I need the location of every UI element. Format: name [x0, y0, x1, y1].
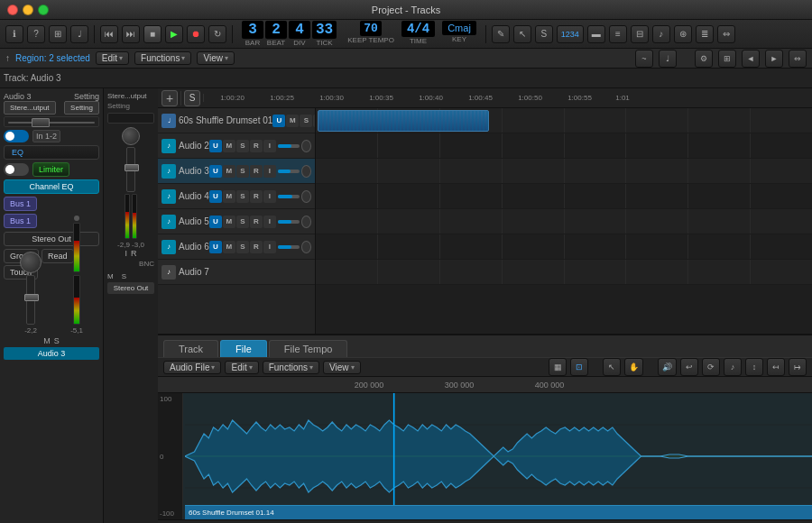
vol-knob-5[interactable]: [301, 216, 311, 228]
s-btn[interactable]: S: [184, 90, 200, 106]
bus1-b-btn[interactable]: Bus 1: [4, 214, 37, 228]
m-btn-5[interactable]: M: [223, 216, 235, 228]
input-toggle[interactable]: [4, 130, 29, 142]
play-btn[interactable]: ▶: [165, 25, 183, 43]
table-row[interactable]: ♪ Audio 6 U M S R I: [158, 234, 315, 260]
tempo-value[interactable]: 70: [360, 21, 382, 36]
fastforward-btn[interactable]: ⏭: [122, 25, 140, 43]
stereo-out-btn[interactable]: Stereo Out: [4, 232, 99, 246]
eq-view-btn[interactable]: ⊛: [674, 25, 692, 43]
m-btn-3[interactable]: M: [223, 165, 235, 178]
div-value[interactable]: 4: [289, 21, 310, 39]
i-btn-5[interactable]: I: [263, 216, 276, 228]
waveform-btn[interactable]: ▬: [587, 25, 605, 43]
stereo-output-btn[interactable]: Stere...utput: [4, 101, 56, 115]
tab-track[interactable]: Track: [163, 340, 218, 357]
loop-btn[interactable]: ↻: [208, 25, 226, 43]
midi-btn[interactable]: ♩: [70, 25, 88, 43]
nudge-right-btn[interactable]: ►: [765, 50, 783, 68]
vol-knob-3[interactable]: [301, 165, 311, 178]
minimize-btn[interactable]: [23, 5, 33, 15]
pan-knob[interactable]: [20, 252, 42, 273]
snap-bottom-btn[interactable]: ⊡: [570, 358, 588, 376]
vol-knob-6[interactable]: [301, 241, 311, 253]
zoom-btn[interactable]: 1234: [557, 25, 584, 43]
table-row[interactable]: ♪ Audio 3 U M S R I: [158, 159, 315, 184]
bar-value[interactable]: 3: [242, 21, 263, 39]
stereo-pan-knob[interactable]: [122, 127, 140, 145]
beat-value[interactable]: 2: [265, 21, 287, 39]
r-btn-2[interactable]: R: [250, 140, 263, 152]
limiter-toggle[interactable]: [4, 163, 29, 176]
m-btn-6[interactable]: M: [223, 241, 235, 253]
piano-btn[interactable]: ⊟: [631, 25, 649, 43]
waveform-display-btn[interactable]: ▦: [549, 358, 567, 376]
key-value[interactable]: Cmaj: [442, 21, 476, 35]
close-btn[interactable]: [7, 5, 18, 15]
read-btn[interactable]: Read: [42, 249, 74, 263]
volume-btn[interactable]: 🔊: [658, 358, 677, 376]
i-btn-3[interactable]: I: [263, 165, 276, 178]
pencil-btn[interactable]: ✎: [492, 25, 510, 43]
r-btn-4[interactable]: R: [250, 190, 263, 203]
i-btn-2[interactable]: I: [263, 140, 276, 152]
nudge-left-btn[interactable]: ◄: [742, 50, 760, 68]
eq-btn[interactable]: EQ: [4, 145, 99, 160]
audio-file-btn[interactable]: Audio File ▾: [163, 361, 221, 374]
speaker-btn[interactable]: ♪: [724, 358, 742, 376]
vol-knob-4[interactable]: [301, 190, 311, 203]
tab-file-tempo[interactable]: File Tempo: [269, 340, 348, 357]
stereo-setting-btn[interactable]: Setting: [64, 101, 99, 115]
time-sig-value[interactable]: 4/4: [401, 21, 435, 37]
loop-region-btn[interactable]: ⇔: [789, 50, 807, 68]
functions-menu-btn[interactable]: Functions ▾: [134, 51, 191, 65]
s-btn-2[interactable]: S: [236, 140, 249, 152]
m-btn-2[interactable]: M: [223, 140, 235, 152]
settings-btn[interactable]: ⊞: [49, 25, 67, 43]
loop-bottom-btn[interactable]: ⟳: [702, 358, 720, 376]
s-btn-1[interactable]: S: [300, 115, 312, 127]
table-row[interactable]: ♩ 60s Shuffle Drumset 01 U M S R I: [158, 108, 315, 133]
bottom-functions-btn[interactable]: Functions ▾: [263, 361, 319, 374]
stereo-fader[interactable]: [126, 147, 135, 192]
m-btn-1[interactable]: M: [286, 115, 299, 127]
bus1-a-btn[interactable]: Bus 1: [4, 197, 37, 211]
envelope-btn[interactable]: ~: [635, 50, 653, 68]
snap-btn[interactable]: S: [535, 25, 553, 43]
reverse-btn[interactable]: ↩: [680, 358, 698, 376]
help-btn[interactable]: ?: [27, 25, 45, 43]
score-btn[interactable]: ♪: [652, 25, 670, 43]
gain-btn[interactable]: ↕: [745, 358, 763, 376]
s-btn-3[interactable]: S: [236, 165, 249, 178]
cursor-btn[interactable]: ↖: [513, 25, 531, 43]
add-track-btn[interactable]: +: [161, 90, 178, 106]
u-btn-3[interactable]: U: [209, 165, 222, 178]
view-menu-btn[interactable]: View ▾: [197, 51, 235, 65]
bottom-edit-btn[interactable]: Edit ▾: [225, 361, 258, 374]
s-btn-4[interactable]: S: [236, 190, 249, 203]
u-btn-1[interactable]: U: [272, 115, 285, 127]
stop-btn[interactable]: ■: [143, 25, 161, 43]
table-row[interactable]: ♪ Audio 2 U M S R I: [158, 133, 315, 159]
i-btn-6[interactable]: I: [263, 241, 276, 253]
s-btn-6[interactable]: S: [236, 241, 249, 253]
tab-file[interactable]: File: [220, 340, 267, 357]
volume-fader[interactable]: [26, 275, 35, 325]
hand-btn[interactable]: ✋: [624, 358, 643, 376]
list-btn[interactable]: ≣: [696, 25, 714, 43]
limiter-btn[interactable]: Limiter: [32, 162, 69, 177]
arrow-right-btn[interactable]: ↦: [789, 358, 807, 376]
maximize-btn[interactable]: [38, 5, 49, 15]
grid-btn[interactable]: ⊞: [718, 50, 736, 68]
region-block-1[interactable]: [318, 110, 489, 132]
table-row[interactable]: ♪ Audio 5 U M S R I: [158, 209, 315, 234]
r-btn-5[interactable]: R: [250, 216, 263, 228]
u-btn-2[interactable]: U: [209, 140, 222, 152]
r-btn-6[interactable]: R: [250, 241, 263, 253]
track-name-bottom-btn[interactable]: Audio 3: [4, 347, 99, 360]
note-btn[interactable]: ♩: [659, 50, 677, 68]
expand-btn[interactable]: ⇔: [717, 25, 735, 43]
mixer-btn[interactable]: ≡: [609, 25, 627, 43]
settings-region-btn[interactable]: ⚙: [695, 50, 713, 68]
arrow-left-btn[interactable]: ↤: [767, 358, 785, 376]
